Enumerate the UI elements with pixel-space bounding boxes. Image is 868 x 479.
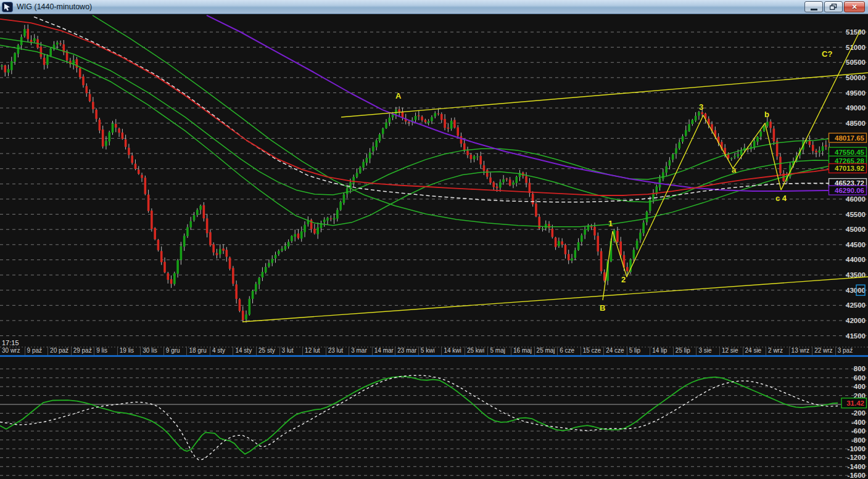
date-tick: 5 maj — [487, 346, 511, 355]
svg-text:49500: 49500 — [846, 89, 866, 97]
date-tick: 30 lis — [140, 346, 163, 355]
svg-text:A: A — [395, 91, 402, 100]
svg-text:44500: 44500 — [846, 241, 866, 248]
date-tick: 14 lip — [650, 346, 673, 355]
date-tick: 18 gru — [186, 346, 210, 355]
svg-text:41500: 41500 — [846, 332, 866, 340]
date-tick: 9 paź — [25, 346, 48, 355]
date-tick: 15 cze — [581, 346, 604, 355]
svg-text:B: B — [600, 303, 605, 313]
date-tick: 4 sty — [210, 346, 233, 355]
date-tick: 25 sty — [256, 346, 279, 355]
restore-button[interactable] — [824, 1, 843, 12]
candles — [1, 25, 833, 323]
svg-text:45000: 45000 — [846, 226, 866, 233]
date-tick: 3 lut — [279, 346, 303, 355]
svg-text:c 4: c 4 — [775, 194, 787, 203]
last-bar-time: 17:15 — [2, 339, 19, 346]
date-axis[interactable]: 30 wrz9 paź20 paź29 paź9 lis19 lis30 lis… — [1, 346, 865, 355]
svg-text:800: 800 — [854, 365, 866, 372]
date-tick: 16 maj — [511, 346, 534, 355]
panel-splitter[interactable] — [0, 355, 868, 357]
date-tick: 5 lip — [627, 346, 650, 355]
date-tick: 25 lip — [673, 346, 696, 355]
svg-text:b: b — [764, 110, 769, 119]
svg-text:43000: 43000 — [846, 287, 866, 294]
close-button[interactable]: ✕ — [844, 1, 865, 12]
svg-text:-1600: -1600 — [848, 472, 866, 479]
date-tick: 24 sie — [743, 346, 766, 355]
svg-text:49000: 49000 — [846, 104, 866, 112]
window-title: WIG (1440-minutowo) — [17, 2, 92, 11]
app-icon[interactable] — [2, 2, 13, 12]
svg-text:51000: 51000 — [846, 44, 866, 51]
svg-text:C?: C? — [822, 49, 832, 59]
window-controls: ✕ — [803, 1, 865, 12]
svg-text:600: 600 — [854, 374, 866, 382]
restore-icon — [830, 4, 837, 10]
svg-text:-600: -600 — [851, 427, 866, 435]
date-tick: 20 paź — [48, 346, 71, 355]
oscillator-lines — [0, 375, 838, 460]
svg-text:-1400: -1400 — [848, 463, 866, 470]
svg-text:48500: 48500 — [846, 120, 866, 127]
svg-text:3: 3 — [699, 102, 703, 112]
date-tick: 30 wrz — [1, 346, 25, 355]
date-tick: 9 gru — [163, 346, 187, 355]
svg-text:45500: 45500 — [846, 211, 866, 218]
svg-text:51500: 51500 — [846, 28, 866, 36]
close-icon: ✕ — [851, 4, 857, 10]
date-tick: 23 mar — [395, 346, 418, 355]
chart-window: WIG (1440-minutowo) ✕ 515005100050500500… — [0, 0, 868, 479]
svg-text:31.42: 31.42 — [846, 399, 864, 407]
date-tick: 19 lis — [117, 346, 141, 355]
titlebar[interactable]: WIG (1440-minutowo) ✕ — [0, 0, 868, 14]
svg-text:2: 2 — [621, 275, 626, 284]
date-tick: 23 lut — [326, 346, 349, 355]
svg-text:44000: 44000 — [846, 256, 866, 263]
date-tick: 29 paź — [71, 346, 94, 355]
svg-text:-400: -400 — [851, 419, 866, 426]
svg-text:1: 1 — [608, 219, 613, 228]
date-tick: 13 wrz — [789, 346, 812, 355]
svg-text:42000: 42000 — [846, 317, 866, 324]
svg-text:48017.65: 48017.65 — [835, 134, 865, 142]
svg-text:46000: 46000 — [846, 195, 866, 203]
svg-text:46290.06: 46290.06 — [835, 187, 864, 194]
svg-text:400: 400 — [854, 383, 866, 390]
svg-text:47550.45: 47550.45 — [835, 149, 865, 156]
date-tick: 25 maj — [534, 346, 558, 355]
svg-text:-800: -800 — [851, 436, 866, 444]
svg-text:47013.92: 47013.92 — [835, 165, 864, 172]
minimize-button[interactable] — [804, 1, 823, 12]
date-tick: 25 kwi — [465, 346, 488, 355]
date-tick: 5 kwi — [418, 346, 442, 355]
svg-text:-200: -200 — [851, 409, 866, 417]
svg-text:50500: 50500 — [846, 59, 866, 66]
svg-text:-1000: -1000 — [848, 445, 866, 452]
date-tick: 9 lis — [94, 346, 117, 355]
svg-text:42500: 42500 — [846, 301, 866, 309]
date-tick: 14 mar — [372, 346, 395, 355]
date-tick: 6 cze — [557, 346, 581, 355]
date-tick: 12 sie — [719, 346, 743, 355]
date-tick: 3 sie — [696, 346, 719, 355]
date-tick: 3 paź — [835, 346, 859, 355]
date-tick: 2 wrz — [766, 346, 789, 355]
date-tick: 24 cze — [603, 346, 627, 355]
svg-text:50000: 50000 — [846, 74, 866, 81]
date-tick: 22 wrz — [812, 346, 835, 355]
svg-text:a: a — [732, 165, 737, 174]
main-chart-canvas[interactable]: 5150051000505005000049500490004850048000… — [0, 14, 868, 479]
date-tick: 14 sty — [233, 346, 256, 355]
date-tick: 14 kwi — [441, 346, 465, 355]
date-tick: 3 mar — [349, 346, 372, 355]
minimize-icon — [811, 9, 817, 10]
svg-text:-1200: -1200 — [848, 454, 866, 461]
date-tick: 12 lut — [302, 346, 326, 355]
